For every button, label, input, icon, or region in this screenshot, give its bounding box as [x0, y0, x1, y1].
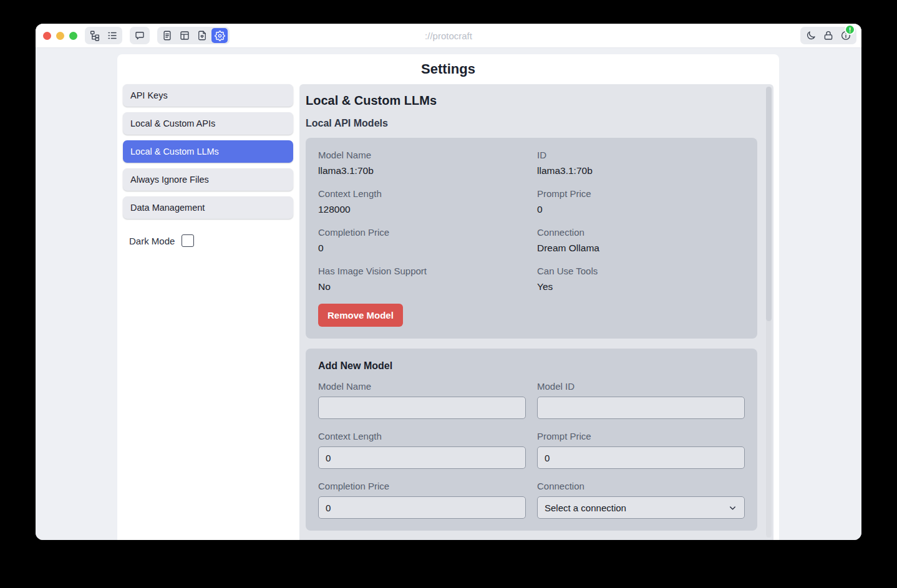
add-model-heading: Add New Model — [318, 360, 745, 372]
sidebar-item-always-ignore-files[interactable]: Always Ignore Files — [123, 168, 293, 191]
add-model-field: ConnectionSelect a connection — [537, 481, 745, 519]
sidebar-item-local-custom-llms[interactable]: Local & Custom LLMs — [123, 140, 293, 163]
toolbar-group-right: ! — [800, 27, 856, 44]
model-field: Has Image Vision SupportNo — [318, 266, 526, 292]
add-completion-price-input[interactable] — [318, 496, 526, 519]
content-scrollbar-track — [766, 87, 772, 537]
field-label: Context Length — [318, 431, 526, 441]
model-field: Completion Price0 — [318, 227, 526, 254]
field-label: Connection — [537, 227, 745, 238]
moon-icon[interactable] — [803, 28, 819, 43]
content-heading: Local & Custom LLMs — [306, 94, 757, 108]
sidebar-item-data-management[interactable]: Data Management — [123, 196, 293, 219]
toolbar-group-chat — [130, 27, 150, 44]
model-field: Context Length128000 — [318, 188, 526, 215]
add-prompt-price-input[interactable] — [537, 446, 745, 469]
field-value: llama3.1:70b — [537, 165, 745, 176]
dark-mode-label: Dark Mode — [129, 236, 175, 246]
page-title: Settings — [117, 54, 779, 84]
field-label: Model Name — [318, 381, 526, 392]
field-value: 0 — [537, 204, 745, 215]
add-context-length-input[interactable] — [318, 446, 526, 469]
content-scrollbar-thumb[interactable] — [766, 87, 772, 321]
chat-bubble-icon[interactable] — [132, 28, 148, 43]
field-label: Connection — [537, 481, 745, 491]
settings-page: Settings API KeysLocal & Custom APIsLoca… — [36, 49, 861, 540]
add-model-field: Context Length — [318, 431, 526, 469]
file-text-icon[interactable] — [159, 28, 175, 43]
remove-model-button[interactable]: Remove Model — [318, 304, 403, 327]
zoom-button[interactable] — [69, 32, 77, 40]
field-value: Dream Ollama — [537, 243, 745, 254]
model-card: Model Namellama3.1:70bIDllama3.1:70bCont… — [306, 138, 757, 339]
add-model-id-input[interactable] — [537, 397, 745, 419]
lock-icon[interactable] — [820, 28, 836, 43]
settings-sidebar: API KeysLocal & Custom APIsLocal & Custo… — [123, 84, 293, 247]
toolbar-group-explorer — [85, 27, 122, 44]
toolbar-group-views — [157, 27, 230, 44]
notification-badge[interactable]: ! — [845, 24, 855, 35]
gear-icon[interactable] — [211, 28, 228, 43]
add-model-field: Model ID — [537, 381, 745, 419]
select-value: Select a connection — [545, 503, 626, 513]
app-window: ://protocraft ! Settings — [36, 24, 861, 540]
model-field: IDllama3.1:70b — [537, 150, 745, 176]
add-model-field: Prompt Price — [537, 431, 745, 469]
layout-panel-icon[interactable] — [177, 28, 193, 43]
chevron-down-icon — [728, 503, 737, 513]
sidebar-list: API KeysLocal & Custom APIsLocal & Custo… — [123, 84, 293, 219]
settings-panel: Settings API KeysLocal & Custom APIsLoca… — [117, 54, 779, 540]
add-model-field: Model Name — [318, 381, 526, 419]
model-field: Can Use ToolsYes — [537, 266, 745, 292]
file-tree-icon[interactable] — [87, 28, 103, 43]
field-label: Has Image Vision Support — [318, 266, 526, 276]
content-subheading: Local API Models — [306, 118, 757, 129]
field-label: Prompt Price — [537, 188, 745, 199]
field-value: 0 — [318, 243, 526, 254]
model-fields: Model Namellama3.1:70bIDllama3.1:70bCont… — [318, 150, 745, 292]
field-value: llama3.1:70b — [318, 165, 526, 176]
field-label: Completion Price — [318, 227, 526, 238]
field-value: Yes — [537, 281, 745, 292]
sidebar-item-local-custom-apis[interactable]: Local & Custom APIs — [123, 112, 293, 135]
model-field: Model Namellama3.1:70b — [318, 150, 526, 176]
settings-content: Local & Custom LLMs Local API Models Mod… — [299, 84, 773, 540]
dark-mode-row: Dark Mode — [129, 234, 293, 247]
field-label: ID — [537, 150, 745, 160]
dark-mode-checkbox[interactable] — [182, 234, 194, 247]
model-field: Prompt Price0 — [537, 188, 745, 215]
add-connection-select[interactable]: Select a connection — [537, 496, 745, 519]
file-heart-icon[interactable] — [194, 28, 210, 43]
add-model-card: Add New Model Model NameModel IDContext … — [306, 349, 757, 531]
field-value: 128000 — [318, 204, 526, 215]
field-label: Context Length — [318, 188, 526, 199]
field-value: No — [318, 281, 526, 292]
field-label: Can Use Tools — [537, 266, 745, 276]
minimize-button[interactable] — [56, 32, 64, 40]
add-model-name-input[interactable] — [318, 397, 526, 419]
list-icon[interactable] — [104, 28, 120, 43]
titlebar: ://protocraft ! — [36, 24, 861, 48]
sidebar-item-api-keys[interactable]: API Keys — [123, 84, 293, 107]
field-label: Completion Price — [318, 481, 526, 491]
add-model-fields: Model NameModel IDContext LengthPrompt P… — [318, 381, 745, 519]
field-label: Prompt Price — [537, 431, 745, 441]
close-button[interactable] — [43, 32, 51, 40]
model-field: ConnectionDream Ollama — [537, 227, 745, 254]
add-model-field: Completion Price — [318, 481, 526, 519]
field-label: Model Name — [318, 150, 526, 160]
field-label: Model ID — [537, 381, 745, 392]
traffic-lights — [43, 32, 77, 40]
